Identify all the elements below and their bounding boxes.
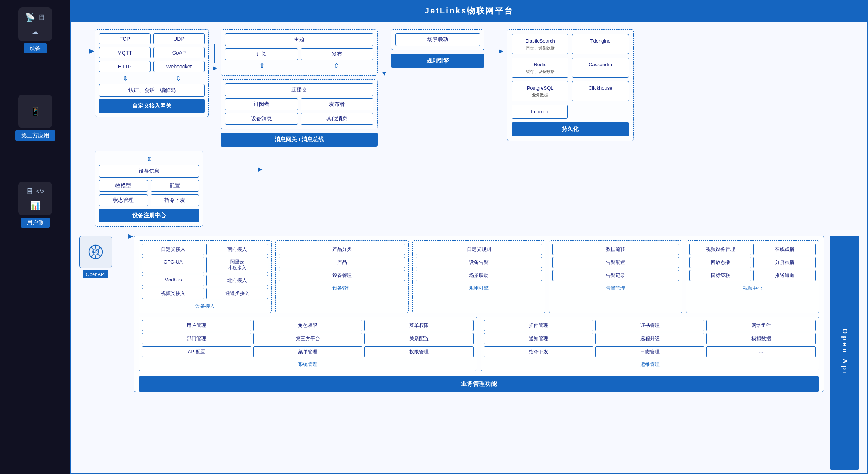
diagram-area: ▶ TCP UDP MQTT CoAP HTTP Websocket ⇕ [70, 22, 868, 474]
ops-items: 插件管理 证书管理 网络组件 通知管理 远程升级 模拟数据 [484, 320, 816, 357]
role-perm-box: 角色权限 [253, 320, 363, 331]
gateway-arrows: ⇕ ⇕ [99, 74, 205, 83]
custom-access-box: 自定义接入 [142, 244, 204, 255]
openapi-col: API OpenAPI [79, 236, 112, 278]
da-row2: OPC-UA 阿里云小度接入 [142, 257, 268, 273]
dept-mgmt-box: 部门管理 [142, 333, 251, 344]
device-mgmt-items: 产品分类 产品 设备管理 [279, 244, 405, 281]
video-center-label: 视频中心 [689, 283, 816, 292]
left-sidebar: 📡 🖥 ☁ 设备 📱 第三方应用 🖥 </> 📊 用户侧 [0, 0, 70, 474]
func-video-center: 视频设备管理 在线点播 回放点播 分屏点播 国标级联 推送通道 [686, 240, 819, 313]
device-msg-box: 设备消息 [225, 113, 298, 125]
notify-mgmt-box: 通知管理 [484, 333, 593, 344]
device-mgmt-label: 设备管理 [279, 283, 405, 292]
topic-row: 订阅 发布 [225, 48, 373, 60]
cmd-issue-box: 指令下发 [484, 346, 593, 357]
cert-mgmt-box: 证书管理 [595, 320, 705, 331]
am-row1: 数据流转 [552, 244, 679, 255]
influxdb-row: Influxdb [512, 105, 629, 119]
dm-row2: 产品 [279, 257, 405, 268]
cloud-icon: ☁ [32, 28, 38, 36]
gateway-block: TCP UDP MQTT CoAP HTTP Websocket ⇕ ⇕ 认证、… [95, 29, 209, 117]
page-container: 📡 🖥 ☁ 设备 📱 第三方应用 🖥 </> 📊 用户侧 JetLinks物 [0, 0, 868, 474]
vc-row3: 国标级联 推送通道 [689, 270, 816, 281]
aliyun-box: 阿里云小度接入 [206, 257, 269, 273]
platform-title: JetLinks物联网平台 [70, 0, 868, 22]
mqtt-box: MQTT [99, 47, 151, 58]
data-flow-box: 数据流转 [552, 244, 679, 255]
am-row3: 告警记录 [552, 270, 679, 281]
cmd-send-box: 指令下发 [151, 194, 199, 206]
content-wrapper: JetLinks物联网平台 ▶ TCP UDP MQTT CoAP [70, 0, 868, 474]
subscribe-box: 订阅 [225, 48, 298, 60]
menu-perm-box: 菜单权限 [364, 320, 474, 331]
topic-arrows: ⇕ ⇕ [225, 62, 373, 70]
replay-box: 回放点播 [689, 257, 752, 268]
other-msg-box: 其他消息 [301, 113, 374, 125]
om-row2: 通知管理 远程升级 模拟数据 [484, 333, 816, 344]
monitor-icon: 🖥 [25, 187, 34, 196]
device-access-items: 自定义接入 南向接入 OPC-UA 阿里云小度接入 Modbus 北向接入 [142, 244, 268, 299]
func-alert-mgmt: 数据流转 告警配置 告警记录 告警管理 [549, 240, 682, 313]
thirdparty-platform-box: 第三方平台 [253, 333, 363, 344]
influxdb-box: Influxdb [512, 105, 568, 119]
center-col: 主题 订阅 发布 ⇕ ⇕ 连接器 订阅 [221, 29, 378, 147]
devinfo-block: ⇕ 设备信息 物模型 配置 状态管理 指令下发 设备注册中心 [95, 151, 203, 227]
re-row3: 场景联动 [416, 270, 542, 281]
opcua-box: OPC-UA [142, 257, 204, 273]
product-category-box: 产品分类 [279, 244, 405, 255]
svg-text:API: API [93, 250, 99, 254]
alert-config-box: 告警配置 [552, 257, 679, 268]
publish-box: 发布 [301, 48, 374, 60]
vc-row2: 回放点播 分屏点播 [689, 257, 816, 268]
dm-row3: 设备管理 [279, 270, 405, 281]
sm-row1: 用户管理 角色权限 菜单权限 [142, 320, 474, 331]
north-access-box: 北向接入 [206, 275, 269, 286]
openapi-vert-bar: Open Api [830, 236, 859, 470]
sim-data-box: 模拟数据 [706, 333, 816, 344]
re-row1: 自定义规则 [416, 244, 542, 255]
split-screen-box: 分屏点播 [753, 257, 816, 268]
south-access-box: 南向接入 [206, 244, 269, 255]
topic-block: 主题 订阅 发布 ⇕ ⇕ [221, 29, 378, 76]
alert-mgmt-label: 告警管理 [552, 283, 679, 292]
clickhouse-box: Clickhouse [572, 81, 629, 101]
device-label: 设备 [24, 43, 47, 53]
rules-bar: 规则引擎 [391, 54, 484, 68]
connector-title: 连接器 [225, 83, 373, 96]
tcp-box: TCP [99, 33, 151, 44]
device-alert-box: 设备告警 [416, 257, 542, 268]
msgbus-bar: 消息网关 I 消息总线 [221, 133, 378, 147]
func-device-access: 自定义接入 南向接入 OPC-UA 阿里云小度接入 Modbus 北向接入 [139, 240, 272, 313]
device-register-bar: 设备注册中心 [99, 209, 199, 222]
push-channel-box: 推送通道 [753, 270, 816, 281]
userside-label: 用户侧 [21, 218, 50, 228]
modbus-box: Modbus [142, 275, 204, 286]
bottom-row: API OpenAPI ▶ [79, 236, 859, 470]
persist-grid: ElasticSearch 日志、设备数据 Tdengine Redis 缓存、… [512, 34, 629, 101]
sidebar-thirdparty-block: 📱 第三方应用 [0, 95, 70, 159]
code-icon: </> [36, 188, 44, 195]
am-row2: 告警配置 [552, 257, 679, 268]
biz-bar: 业务管理功能 [139, 376, 819, 392]
da-row4: 视频类接入 通道类接入 [142, 288, 268, 299]
thirdparty-label: 第三方应用 [15, 130, 55, 141]
gb-linkage-box: 国标级联 [689, 270, 752, 281]
sidebar-userside-block: 🖥 </> 📊 用户侧 [0, 182, 70, 246]
topic-title: 主题 [225, 33, 373, 46]
postgresql-box: PostgreSQL 业务数据 [512, 81, 569, 101]
video-device-mgmt-box: 视频设备管理 [689, 244, 752, 255]
relation-config-box: 关系配置 [364, 333, 474, 344]
scenerules-block: 场景联动 规则引擎 [391, 29, 484, 68]
custom-rule-box: 自定义规则 [416, 244, 542, 255]
vc-row1: 视频设备管理 在线点播 [689, 244, 816, 255]
thing-model-box: 物模型 [99, 180, 148, 192]
auth-box: 认证、会话、编解码 [99, 84, 205, 97]
udp-box: UDP [153, 33, 205, 44]
om-row1: 插件管理 证书管理 网络组件 [484, 320, 816, 331]
config-box: 配置 [151, 180, 199, 192]
http-box: HTTP [99, 61, 151, 72]
cassandra-box: Cassandra [572, 58, 629, 78]
dm-row1: 产品分类 [279, 244, 405, 255]
sidebar-device-block: 📡 🖥 ☁ 设备 [0, 7, 70, 72]
